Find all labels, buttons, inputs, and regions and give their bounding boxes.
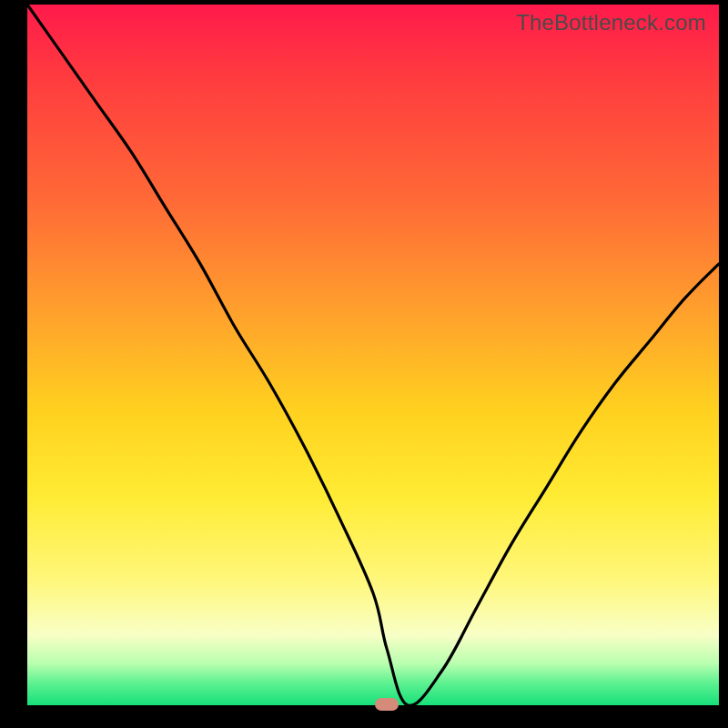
chart-stage: TheBottleneck.com — [0, 0, 728, 728]
optimal-point-marker — [375, 698, 399, 711]
bottleneck-curve — [27, 5, 719, 705]
plot-area: TheBottleneck.com — [27, 5, 719, 705]
